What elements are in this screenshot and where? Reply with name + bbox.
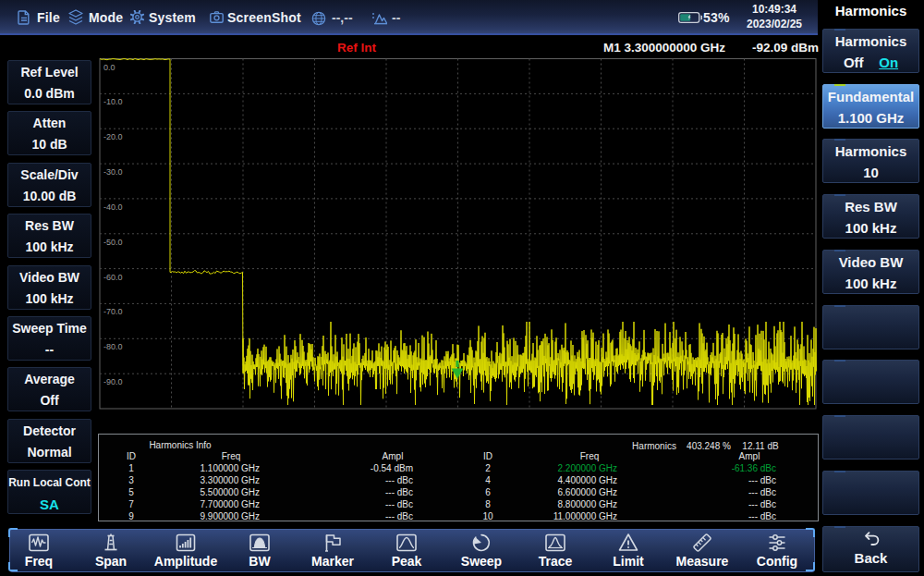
svg-text:-40.0: -40.0 xyxy=(103,202,123,212)
svg-text:-30.0: -30.0 xyxy=(103,167,123,177)
svg-text:-50.0: -50.0 xyxy=(103,238,123,247)
svg-text:0.0: 0.0 xyxy=(103,63,116,72)
svg-text:-90.0: -90.0 xyxy=(103,377,123,386)
svg-text:-70.0: -70.0 xyxy=(103,307,123,316)
svg-text:-80.0: -80.0 xyxy=(103,342,123,351)
svg-text:M1 3.300000000 GHz: M1 3.300000000 GHz xyxy=(603,41,725,55)
svg-text:-20.0: -20.0 xyxy=(103,132,123,141)
svg-text:Ref Int: Ref Int xyxy=(337,41,377,55)
svg-text:-60.0: -60.0 xyxy=(103,273,123,282)
svg-text:-92.09 dBm: -92.09 dBm xyxy=(752,41,819,55)
svg-text:-10.0: -10.0 xyxy=(103,97,123,106)
